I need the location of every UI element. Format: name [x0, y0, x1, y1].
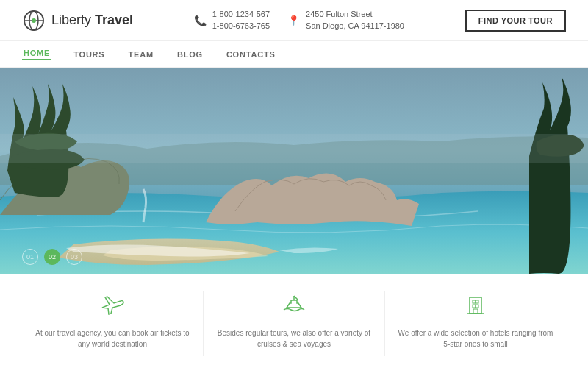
logo: Liberty Travel: [22, 9, 133, 32]
contact-info: 📞 1-800-1234-567 1-800-6763-765 📍 2450 F…: [194, 9, 404, 32]
svg-point-3: [32, 18, 36, 23]
cruises-text: Besides regular tours, we also offer a v…: [215, 328, 373, 350]
hero-section: 01 02 03: [0, 68, 588, 274]
svg-rect-11: [473, 309, 478, 314]
logo-text: Liberty Travel: [51, 13, 133, 28]
svg-rect-7: [473, 300, 476, 303]
phone-icon: 📞: [194, 15, 207, 26]
feature-cruises: Besides regular tours, we also offer a v…: [204, 291, 385, 356]
location-icon: 📍: [287, 15, 300, 26]
hotels-icon: [462, 291, 489, 322]
flights-text: At our travel agency, you can book air t…: [34, 328, 191, 350]
header: Liberty Travel 📞 1-800-1234-567 1-800-67…: [0, 0, 588, 41]
address-text: 2450 Fulton Street San Diego, CA 94117-1…: [306, 9, 404, 32]
nav-item-blog[interactable]: BLOG: [176, 50, 204, 59]
feature-flights: At our travel agency, you can book air t…: [22, 291, 204, 356]
hotels-text: We offer a wide selection of hotels rang…: [397, 328, 554, 350]
svg-rect-8: [476, 300, 478, 303]
svg-rect-5: [0, 134, 588, 163]
svg-rect-9: [473, 305, 476, 308]
indicator-3[interactable]: 03: [66, 249, 82, 265]
find-tour-button[interactable]: FIND YOUR TOUR: [465, 10, 566, 32]
flights-icon: [99, 291, 126, 322]
nav-item-contacts[interactable]: CONTACTS: [225, 50, 277, 59]
logo-icon: [22, 9, 46, 32]
phone-text: 1-800-1234-567 1-800-6763-765: [212, 9, 270, 32]
nav-item-team[interactable]: TEAM: [127, 50, 155, 59]
phone-contact: 📞 1-800-1234-567 1-800-6763-765: [194, 9, 270, 32]
hero-indicators: 01 02 03: [22, 249, 82, 265]
features-section: At our travel agency, you can book air t…: [0, 274, 588, 368]
indicator-2[interactable]: 02: [44, 249, 60, 265]
address-contact: 📍 2450 Fulton Street San Diego, CA 94117…: [287, 9, 404, 32]
main-nav: HOME TOURS TEAM BLOG CONTACTS: [0, 41, 588, 68]
svg-rect-10: [476, 305, 478, 308]
cruises-icon: [281, 291, 307, 322]
nav-item-home[interactable]: HOME: [22, 49, 51, 60]
indicator-1[interactable]: 01: [22, 249, 38, 265]
nav-item-tours[interactable]: TOURS: [72, 50, 106, 59]
feature-hotels: We offer a wide selection of hotels rang…: [385, 291, 566, 356]
hero-scene: [0, 68, 588, 274]
